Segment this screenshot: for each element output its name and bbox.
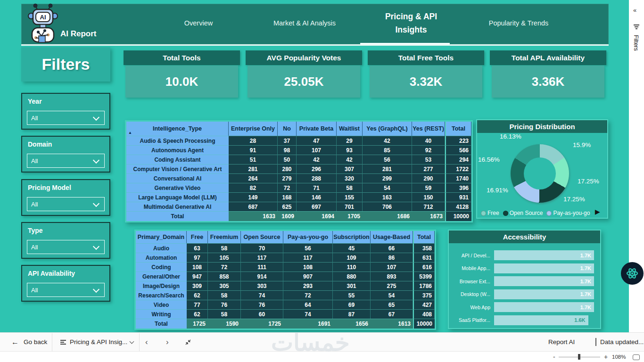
sort-ascending-icon[interactable]: ▲ (128, 131, 132, 135)
value-cell: 307 (337, 164, 363, 173)
ai-assistant-button[interactable] (621, 262, 644, 285)
chevron-down-icon (93, 243, 99, 250)
value-cell: 687 (229, 202, 278, 211)
api-availability-dropdown[interactable]: All (27, 283, 105, 297)
value-cell: 74 (241, 290, 283, 300)
filter-group-type: Type All (21, 222, 110, 259)
dropdown-value: All (31, 244, 38, 251)
kpi-total-apl-availability: Total APL Availability 3.36K (490, 50, 606, 98)
bar[interactable]: 1.7K (494, 302, 594, 312)
value-cell: 51 (229, 155, 278, 164)
legend-item-free[interactable]: Free (487, 210, 499, 216)
value-cell: 74 (283, 309, 333, 319)
filter-icon[interactable] (634, 25, 639, 30)
value-cell: 67 (371, 309, 413, 319)
value-cell: 146 (297, 192, 337, 202)
tab-overview[interactable]: Overview (168, 19, 229, 27)
table-row[interactable]: Video777676646965427 (136, 300, 435, 309)
table-row[interactable]: Image/Design3093053032933012751786 (136, 281, 435, 290)
previous-page-button[interactable]: ‹ (145, 333, 148, 351)
value-cell: 91 (229, 145, 278, 155)
page-list-icon[interactable] (60, 340, 66, 346)
value-cell: 163 (363, 192, 412, 202)
value-cell: 72 (208, 262, 241, 272)
value-cell: Freemium (208, 231, 241, 243)
bar[interactable]: 1.7K (494, 289, 594, 299)
next-page-button[interactable]: › (166, 333, 169, 351)
value-cell: 47 (297, 136, 337, 145)
row-label-cell: Primary_Domain (136, 231, 187, 243)
table-total-row[interactable]: Total16331609169417051686167310000 (126, 211, 471, 221)
table-header-row[interactable]: Primary_DomainFreeFreemiumOpen SourcePay… (136, 231, 435, 243)
table-row[interactable]: Audio & Speech Processing283747294240223 (126, 136, 471, 145)
bar[interactable]: 1.6K (494, 315, 588, 325)
bar[interactable]: 1.7K (494, 276, 594, 286)
table-row[interactable]: Writing625860748767408 (136, 309, 435, 319)
report-ai-button[interactable]: Report AI (548, 333, 575, 351)
table-header-row[interactable]: Intelligence_TypeEnterprise OnlyNoPrivat… (126, 122, 471, 136)
table-row[interactable]: General/Other9478589149078808935399 (136, 272, 435, 281)
value-cell: 37 (278, 136, 297, 145)
value-cell: 5399 (413, 272, 435, 281)
tab-popularity-trends[interactable]: Popularity & Trends (476, 19, 561, 27)
row-label-cell: Multimodal Generative AI (126, 202, 229, 211)
table-row[interactable]: Large Language Model (LLM)14916814615516… (126, 192, 471, 202)
donut-label: 15.9% (573, 141, 591, 148)
table-row[interactable]: Automation9710511711710986631 (136, 253, 435, 262)
table-row[interactable]: Conversational AI2642792883202992901740 (126, 173, 471, 183)
table-total-row[interactable]: Total17251590172516911656161310000 (136, 319, 435, 329)
value-cell: Waitlist (337, 122, 363, 136)
tab-market-ai-analysis[interactable]: Market & AI Analysis (260, 19, 349, 27)
legend-item-pay-as-you-go[interactable]: Pay-as-you-go (553, 210, 590, 216)
primary-domain-table[interactable]: Primary_DomainFreeFreemiumOpen SourcePay… (134, 230, 436, 330)
table-row[interactable]: Coding Assistant515042425653294 (126, 155, 471, 164)
collapse-view-icon[interactable] (185, 339, 191, 347)
year-dropdown[interactable]: All (27, 111, 105, 125)
bar[interactable]: 1.7K (494, 263, 594, 273)
filter-group-api-availability: API Availability All (21, 265, 110, 302)
value-cell: 1633 (229, 211, 278, 221)
go-back-button[interactable]: Go back (24, 333, 47, 351)
fit-to-page-icon[interactable] (633, 354, 640, 360)
legend-item-open-source[interactable]: Open Source (510, 210, 543, 216)
collapsed-pane-label[interactable]: Filters (633, 35, 639, 51)
row-label-cell: Total (136, 319, 187, 329)
donut-legend: Free Open Source Pay-as-you-go (481, 210, 590, 216)
legend-scroll-right-icon[interactable]: ▶ (595, 208, 600, 215)
intelligence-type-table[interactable]: ▲ Intelligence_TypeEnterprise OnlyNoPriv… (125, 120, 473, 222)
value-cell: 108 (187, 262, 208, 272)
value-cell: 55 (333, 290, 371, 300)
expand-pane-icon[interactable]: « (633, 7, 636, 14)
tab-pricing-api-insights[interactable]: Pricing & API Insights (373, 10, 449, 36)
chevron-down-icon[interactable] (130, 339, 134, 344)
table-row[interactable]: Computer Vision / Generative Art28128029… (126, 164, 471, 173)
row-label-cell: Coding Assistant (126, 155, 229, 164)
chart-title: Accessibility (449, 230, 600, 243)
value-cell: 149 (229, 192, 278, 202)
type-dropdown[interactable]: All (27, 240, 105, 254)
donut-label: 16.56% (478, 156, 500, 163)
table-row[interactable]: Coding10872111108110107616 (136, 262, 435, 272)
value-cell: 82 (229, 183, 278, 192)
zoom-in-button[interactable]: + (604, 352, 608, 362)
zoom-out-button[interactable]: - (553, 352, 555, 362)
back-arrow-icon[interactable]: ← (11, 333, 19, 351)
accessibility-bar-row: Desktop (W...1.7K (449, 289, 600, 299)
table-row[interactable]: Audio635870564566358 (136, 243, 435, 253)
accessibility-card: Accessibility API / Devel...1.7KMobile A… (448, 230, 601, 329)
atom-icon (625, 266, 639, 280)
value-cell: 87 (333, 309, 371, 319)
bar[interactable]: 1.7K (494, 250, 594, 260)
zoom-slider-handle[interactable] (578, 354, 580, 360)
table-row[interactable]: Autonomous Agent9198107938592566 (126, 145, 471, 155)
table-row[interactable]: Research/Search625874725554375 (136, 290, 435, 300)
row-label-cell: Video (136, 300, 187, 309)
chevron-down-icon (93, 114, 99, 121)
domain-dropdown[interactable]: All (27, 154, 105, 168)
pricing-model-dropdown[interactable]: All (27, 197, 105, 211)
table-row[interactable]: Generative Video827271585459396 (126, 183, 471, 192)
donut-label: 17.25% (563, 196, 585, 203)
value-cell: 296 (297, 164, 337, 173)
page-selector[interactable]: Pricing & API Insig... (70, 333, 127, 351)
table-row[interactable]: Multimodal Generative AI6876256977017067… (126, 202, 471, 211)
